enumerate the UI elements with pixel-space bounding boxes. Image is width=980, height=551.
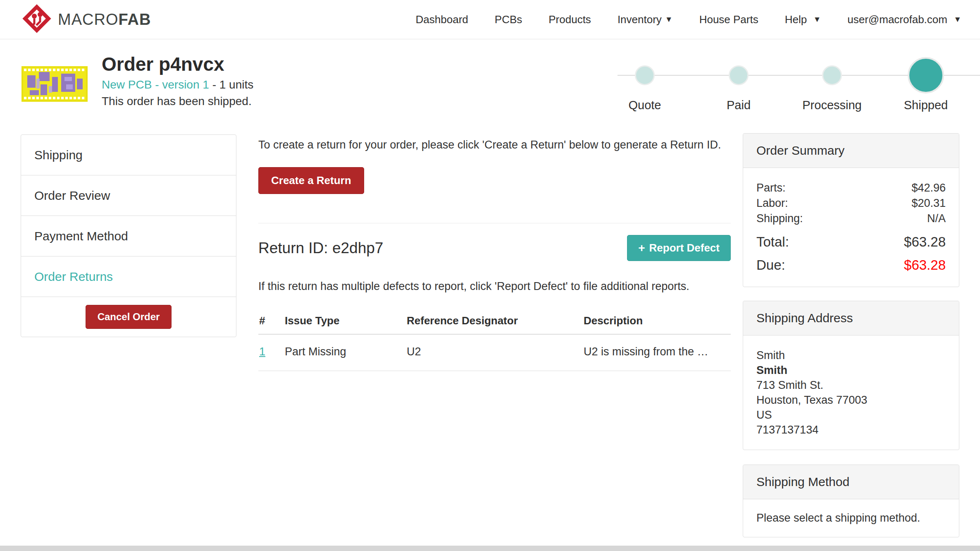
address-line: 7137137134: [756, 422, 946, 437]
nav-inventory-dropdown[interactable]: Inventory▼: [618, 13, 673, 26]
amount-due-value: $63.28: [904, 256, 946, 274]
table-header-row: # Issue Type Reference Designator Descri…: [258, 309, 731, 334]
footer-bar: [0, 546, 980, 551]
create-return-button[interactable]: Create a Return: [258, 167, 364, 194]
nav-products[interactable]: Products: [548, 13, 591, 26]
cancel-order-button[interactable]: Cancel Order: [86, 305, 172, 329]
defect-report-link[interactable]: 1: [259, 345, 265, 358]
sidebar-item-order-review[interactable]: Order Review: [21, 175, 236, 216]
summary-row-parts: Parts: $42.96: [756, 180, 946, 196]
description-cell: U2 is missing from the …: [583, 334, 731, 371]
summary-row-labor: Labor: $20.31: [756, 196, 946, 211]
order-summary-panel: Order Summary Parts: $42.96 Labor: $20.3…: [743, 133, 959, 287]
report-defect-button[interactable]: + Report Defect: [627, 235, 731, 261]
nav-pcbs[interactable]: PCBs: [495, 13, 522, 26]
reference-designator-cell: U2: [406, 334, 583, 371]
units-text: - 1 units: [209, 78, 253, 91]
pcb-thumbnail-image: [21, 66, 88, 102]
address-line: Smith: [756, 348, 946, 363]
order-subtitle: New PCB - version 1 - 1 units: [102, 76, 253, 93]
return-intro-text: To create a return for your order, pleas…: [258, 137, 731, 153]
progress-circle-quote: [635, 65, 655, 85]
summary-row-due: Due: $63.28: [756, 256, 946, 274]
summary-row-shipping: Shipping: N/A: [756, 211, 946, 226]
return-id-heading: Return ID: e2dhp7: [258, 240, 383, 257]
order-returns-panel: To create a return for your order, pleas…: [258, 137, 731, 371]
macrofab-diamond-icon: [21, 1, 52, 38]
sidebar-item-order-returns[interactable]: Order Returns: [21, 256, 236, 297]
section-divider: [258, 223, 731, 223]
cancel-order-row: Cancel Order: [21, 297, 236, 337]
sidebar-item-shipping[interactable]: Shipping: [21, 135, 236, 175]
order-page: MACROFAB Dashboard PCBs Products Invento…: [0, 0, 980, 551]
order-info-column: Order Summary Parts: $42.96 Labor: $20.3…: [743, 0, 959, 551]
sidebar-item-payment-method[interactable]: Payment Method: [21, 216, 236, 256]
issue-type-cell: Part Missing: [284, 334, 406, 371]
table-row: 1 Part Missing U2 U2 is missing from the…: [258, 334, 731, 371]
shipping-method-text: Please select a shipping method.: [756, 512, 946, 525]
address-line: US: [756, 407, 946, 422]
pcb-version-link[interactable]: New PCB - version 1: [102, 78, 209, 91]
shipping-method-panel: Shipping Method Please select a shipping…: [743, 465, 959, 537]
address-line: Houston, Texas 77003: [756, 393, 946, 407]
caret-down-icon: ▼: [665, 15, 673, 24]
defect-reports-table: # Issue Type Reference Designator Descri…: [258, 309, 731, 371]
address-line: 713 Smith St.: [756, 378, 946, 393]
order-header: Order p4nvcx New PCB - version 1 - 1 uni…: [102, 52, 253, 110]
order-summary-title: Order Summary: [743, 134, 959, 168]
return-id-row: Return ID: e2dhp7 + Report Defect: [258, 235, 731, 261]
page-title: Order p4nvcx: [102, 52, 253, 76]
brand-wordmark: MACROFAB: [58, 11, 151, 29]
shipping-address-title: Shipping Address: [743, 301, 959, 335]
order-sections-sidebar: Shipping Order Review Payment Method Ord…: [21, 134, 236, 337]
shipping-method-title: Shipping Method: [743, 465, 959, 499]
return-note-text: If this return has multiple defects to r…: [258, 280, 731, 293]
macrofab-logo[interactable]: MACROFAB: [21, 1, 151, 38]
shipping-address-panel: Shipping Address Smith Smith 713 Smith S…: [743, 301, 959, 450]
plus-icon: +: [638, 243, 645, 254]
summary-row-total: Total: $63.28: [756, 233, 946, 251]
address-line: Smith: [756, 363, 946, 378]
order-status-text: This order has been shipped.: [102, 93, 253, 110]
nav-dashboard[interactable]: Dashboard: [416, 13, 468, 26]
